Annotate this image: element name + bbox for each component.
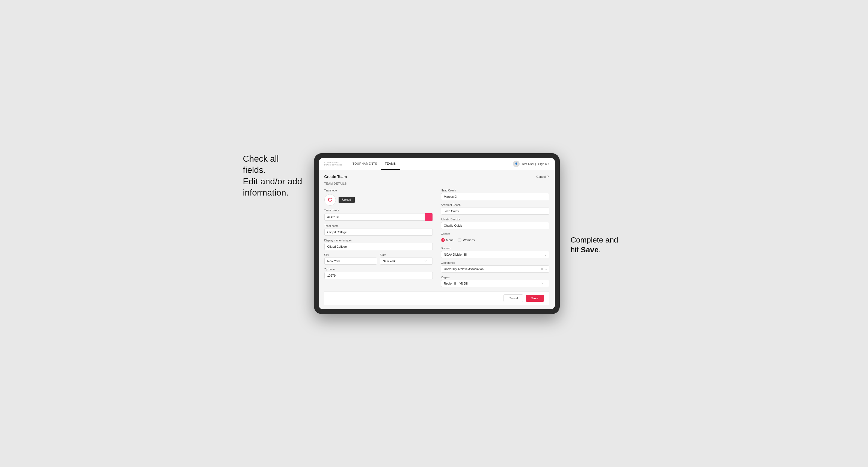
logo-letter: C [328,197,332,203]
region-select-wrapper: Region II - (M) DIII ✕ ⌄ [441,280,549,287]
nav-right: 👤 Test User | Sign out [513,161,549,167]
athletic-dir-label: Athletic Director [441,218,549,221]
gender-womens-label: Womens [463,239,474,242]
form-footer: Cancel Save [324,291,549,305]
gender-mens-option[interactable]: Mens [441,238,454,242]
app-logo: SCOREBOARD Powered by clippd [324,162,342,166]
logo-circle: C [324,194,336,206]
asst-coach-field: Assistant Coach [441,204,549,215]
page-header: Create Team Cancel ✕ [324,175,549,179]
city-state-group: City State New York ✕ [324,253,433,264]
display-name-label: Display name (unique) [324,239,433,242]
main-content: Create Team Cancel ✕ TEAM DETAILS Team l… [319,170,555,309]
team-logo-label: Team logo [324,189,433,192]
instructions-text: Check all fields. Edit and/or add inform… [243,153,303,198]
conference-select-wrapper: University Athletic Association ✕ ⌄ [441,266,549,273]
team-colour-label: Team colour [324,209,433,212]
nav-bar: SCOREBOARD Powered by clippd TOURNAMENTS… [319,158,555,170]
state-select-wrapper: New York ✕ ⌄ [380,257,433,264]
display-name-input[interactable] [324,243,433,250]
division-select[interactable]: NCAA Division III NCAA Division II NCAA … [441,251,549,258]
cancel-top-label: Cancel [536,175,546,178]
asst-coach-label: Assistant Coach [441,204,549,207]
division-field: Division NCAA Division III NCAA Division… [441,247,549,258]
cancel-button[interactable]: Cancel [503,294,523,302]
team-name-label: Team name [324,224,433,227]
team-colour-field: Team colour [324,209,433,221]
team-logo-field: Team logo C Upload [324,189,433,206]
division-label: Division [441,247,549,250]
sign-out-link[interactable]: Sign out [538,162,549,165]
right-annotation-text: Complete and hit Save. [571,235,625,255]
user-avatar: 👤 [513,161,520,167]
color-field-row [324,213,433,221]
logo-text: SCOREBOARD [324,162,342,164]
upload-button[interactable]: Upload [339,197,355,203]
tablet-device: SCOREBOARD Powered by clippd TOURNAMENTS… [314,153,560,314]
gender-field: Gender Mens Womens [441,232,549,244]
instruction-line2: Edit and/or add [243,177,302,186]
instruction-line3: information. [243,188,289,197]
region-label: Region [441,276,549,279]
user-label: Test User | [522,162,536,165]
state-field: State New York ✕ ⌄ [380,253,433,264]
logo-row: C Upload [324,194,433,206]
gender-womens-option[interactable]: Womens [458,238,474,242]
state-label: State [380,253,433,256]
tablet-screen: SCOREBOARD Powered by clippd TOURNAMENTS… [319,158,555,309]
city-input[interactable] [324,257,377,264]
logo-sub: Powered by clippd [324,164,342,166]
gender-radio-group: Mens Womens [441,237,549,244]
team-name-input[interactable] [324,228,433,236]
team-name-field: Team name [324,224,433,236]
conference-label: Conference [441,261,549,264]
head-coach-label: Head Coach [441,189,549,192]
head-coach-input[interactable] [441,193,549,200]
gender-mens-radio[interactable] [441,238,445,242]
form-grid: Team logo C Upload Team colour [324,189,549,287]
conference-field: Conference University Athletic Associati… [441,261,549,273]
page-title: Create Team [324,175,347,179]
athletic-dir-field: Athletic Director [441,218,549,229]
division-select-wrapper: NCAA Division III NCAA Division II NCAA … [441,251,549,258]
conference-clear-button[interactable]: ✕ [541,267,544,271]
form-right-column: Head Coach Assistant Coach Athletic Dire… [441,189,549,287]
instruction-line1: Check all fields. [243,154,279,175]
city-state-row: City State New York ✕ [324,253,433,264]
section-title: TEAM DETAILS [324,182,549,185]
tab-teams[interactable]: TEAMS [381,158,399,170]
asst-coach-input[interactable] [441,208,549,215]
zip-input[interactable] [324,272,433,279]
tab-tournaments[interactable]: TOURNAMENTS [349,158,381,170]
athletic-dir-input[interactable] [441,222,549,229]
cancel-top-button[interactable]: Cancel ✕ [536,175,549,178]
head-coach-field: Head Coach [441,189,549,200]
zip-field: Zip code [324,268,433,279]
gender-label: Gender [441,232,549,236]
form-left-column: Team logo C Upload Team colour [324,189,433,287]
save-button[interactable]: Save [526,295,544,302]
gender-womens-radio[interactable] [458,238,461,242]
nav-tabs: TOURNAMENTS TEAMS [349,158,400,170]
gender-mens-label: Mens [446,239,454,242]
state-clear-button[interactable]: ✕ [424,259,427,263]
color-input[interactable] [324,214,425,221]
color-swatch[interactable] [425,213,433,221]
display-name-field: Display name (unique) [324,239,433,250]
conference-select[interactable]: University Athletic Association [441,266,549,273]
region-field: Region Region II - (M) DIII ✕ ⌄ [441,276,549,287]
city-field: City [324,253,377,264]
close-icon: ✕ [547,175,549,178]
region-select[interactable]: Region II - (M) DIII [441,280,549,287]
right-annotation: Complete and hit Save. [571,153,625,255]
city-label: City [324,253,377,256]
region-clear-button[interactable]: ✕ [541,282,544,285]
zip-label: Zip code [324,268,433,271]
